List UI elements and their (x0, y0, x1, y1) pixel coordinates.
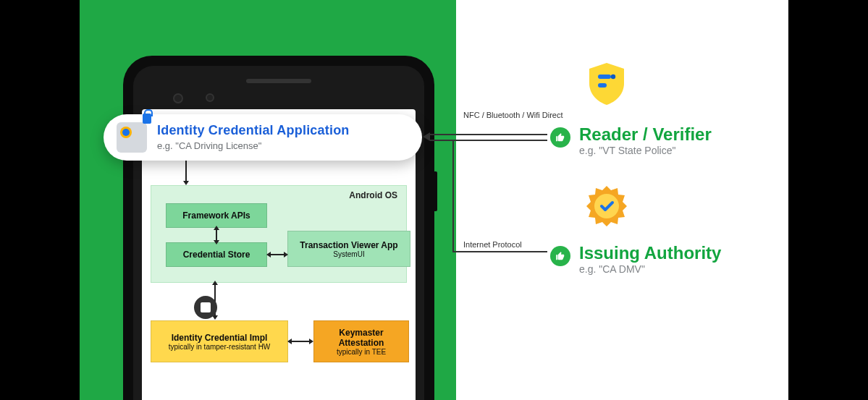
id-card-icon (117, 122, 147, 153)
impl-subtitle: typically in tamper-resistant HW (169, 343, 271, 351)
svg-point-1 (611, 75, 615, 79)
arrow-framework-to-store (216, 229, 217, 241)
svg-point-3 (594, 194, 619, 218)
reader-text: Reader / Verifier e.g. "VT State Police" (579, 124, 712, 156)
identity-credential-app-pill: Identity Credential Application e.g. "CA… (104, 114, 422, 161)
arrowhead-reader-icon (423, 132, 430, 141)
svg-rect-0 (598, 75, 611, 79)
connector-reader-bottom (430, 140, 547, 141)
framework-apis-box: Framework APIs (166, 203, 267, 228)
transaction-viewer-title: Transaction Viewer App (300, 240, 397, 250)
arrow-pill-to-framework (185, 160, 187, 182)
pill-title: Identity Credential Application (157, 123, 350, 139)
arrow-store-to-viewer (270, 254, 285, 255)
connector-reader-top (430, 134, 547, 135)
phone-frame: Android OS Framework APIs Credential Sto… (123, 56, 434, 400)
phone-sensor-icon (206, 93, 214, 102)
nfc-label: NFC / Bluetooth / Wifi Direct (463, 111, 563, 119)
connector-issuer-vertical (452, 141, 454, 251)
thumbs-up-icon (550, 246, 570, 266)
shield-icon (586, 61, 627, 106)
phone-side-button-icon (434, 171, 437, 211)
thumbs-up-icon (550, 127, 570, 148)
connector-issuer-horizontal (452, 251, 547, 252)
keymaster-subtitle: typically in TEE (337, 348, 386, 356)
pill-text: Identity Credential Application e.g. "CA… (157, 123, 350, 151)
svg-rect-2 (598, 83, 607, 88)
connector-issuer-label: Internet Protocol (463, 240, 522, 250)
letterbox-left (0, 0, 80, 400)
transaction-viewer-subtitle: SystemUI (333, 250, 364, 258)
impl-title: Identity Credential Impl (172, 333, 268, 343)
hardware-row: Identity Credential Impl typically in ta… (151, 297, 407, 378)
connector-reader-label: NFC / Bluetooth / Wifi Direct (463, 111, 563, 121)
android-os-label: Android OS (349, 190, 397, 200)
issuing-authority-entity: Issuing Authority e.g. "CA DMV" (550, 243, 721, 275)
lock-icon (143, 114, 151, 124)
transaction-viewer-box: Transaction Viewer App SystemUI (287, 231, 410, 267)
reader-title: Reader / Verifier (579, 124, 712, 145)
letterbox-right (788, 0, 868, 400)
phone-camera-icon (173, 93, 183, 103)
phone-speaker-icon (246, 79, 311, 83)
issuer-subtitle: e.g. "CA DMV" (579, 263, 721, 275)
issuer-title: Issuing Authority (579, 243, 721, 263)
pill-subtitle: e.g. "CA Driving License" (157, 140, 350, 152)
credential-store-box: Credential Store (166, 242, 267, 267)
identity-credential-impl-box: Identity Credential Impl typically in ta… (151, 320, 288, 362)
reader-verifier-entity: Reader / Verifier e.g. "VT State Police" (550, 124, 712, 156)
keymaster-attestation-box: Keymaster Attestation typically in TEE (313, 320, 409, 362)
seal-icon (585, 184, 628, 228)
android-os-area: Android OS Framework APIs Credential Sto… (151, 185, 407, 283)
reader-subtitle: e.g. "VT State Police" (579, 145, 712, 156)
chip-icon (194, 296, 217, 319)
keymaster-title: Keymaster Attestation (319, 328, 404, 348)
issuer-text: Issuing Authority e.g. "CA DMV" (579, 243, 721, 275)
diagram-stage: Android OS Framework APIs Credential Sto… (0, 0, 868, 400)
arrow-impl-to-keymaster (291, 341, 310, 342)
